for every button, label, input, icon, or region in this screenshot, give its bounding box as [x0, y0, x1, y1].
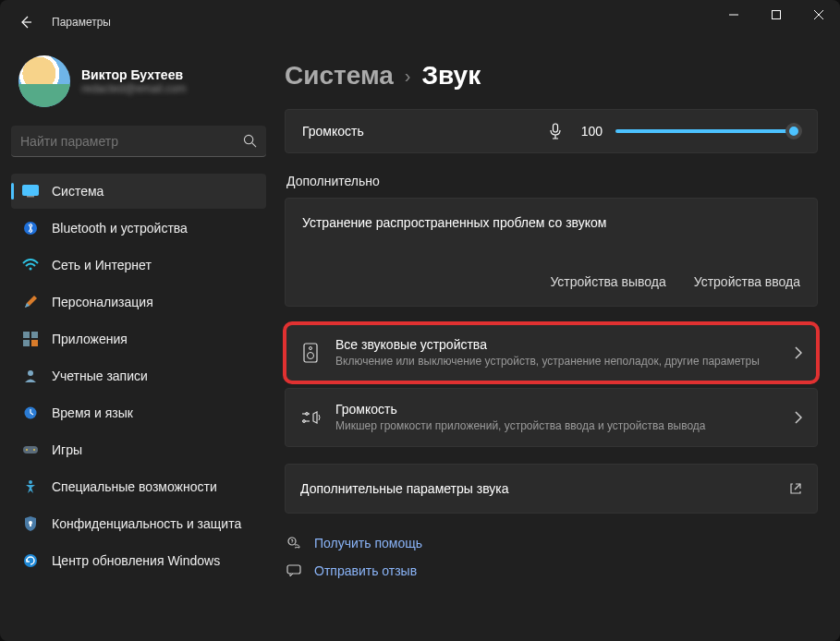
svg-rect-9: [31, 340, 38, 346]
maximize-button[interactable]: [755, 0, 797, 30]
window-title: Параметры: [52, 16, 111, 29]
profile-email: redacted@email.com: [81, 82, 187, 95]
search-box[interactable]: [11, 126, 266, 157]
nav-label: Игры: [52, 442, 82, 457]
card-title: Все звуковые устройства: [335, 337, 780, 352]
svg-rect-8: [23, 340, 30, 346]
card-description: Включение или выключение устройств, устр…: [335, 354, 780, 369]
close-button[interactable]: [797, 0, 840, 30]
mic-icon[interactable]: [549, 123, 562, 139]
svg-rect-7: [31, 332, 38, 338]
shield-icon: [22, 515, 39, 532]
svg-rect-2: [23, 186, 39, 196]
update-icon: [22, 552, 39, 569]
svg-rect-19: [554, 124, 558, 132]
output-devices-button[interactable]: Устройства вывода: [550, 274, 665, 289]
arrow-left-icon: [18, 15, 33, 30]
sidebar: Виктор Бухтеев redacted@email.com Систем…: [0, 44, 277, 641]
nav-label: Приложения: [52, 332, 128, 346]
troubleshoot-card: Устранение распространенных проблем со з…: [285, 198, 818, 307]
nav-list: Система Bluetooth и устройства Сеть и Ин…: [11, 174, 266, 578]
card-description: Микшер громкости приложений, устройства …: [335, 418, 780, 433]
mixer-icon: [300, 410, 321, 425]
open-external-icon: [789, 482, 802, 495]
accessibility-icon: [22, 478, 39, 495]
volume-card: Громкость 100: [285, 109, 818, 153]
nav-accounts[interactable]: Учетные записи: [11, 358, 266, 393]
volume-slider[interactable]: [615, 129, 800, 133]
nav-privacy[interactable]: Конфиденциальность и защита: [11, 506, 266, 541]
gamepad-icon: [22, 441, 39, 458]
chevron-right-icon: [795, 411, 802, 424]
settings-window: Параметры Виктор Бухтеев redacted@email.…: [0, 0, 840, 641]
breadcrumb-parent[interactable]: Система: [285, 61, 394, 91]
volume-label: Громкость: [302, 124, 364, 139]
nav-label: Bluetooth и устройства: [52, 221, 188, 236]
slider-thumb[interactable]: [785, 123, 802, 139]
svg-rect-6: [23, 332, 30, 338]
system-icon: [22, 183, 39, 200]
nav-label: Специальные возможности: [52, 479, 217, 494]
footer-links: Получить помощь Отправить отзыв: [285, 536, 818, 582]
nav-label: Персонализация: [52, 295, 153, 309]
close-icon: [814, 10, 823, 19]
more-sound-settings-card[interactable]: Дополнительные параметры звука: [285, 464, 818, 514]
svg-rect-12: [23, 446, 38, 454]
link-label: Отправить отзыв: [314, 563, 417, 578]
nav-label: Конфиденциальность и защита: [52, 516, 241, 531]
main-panel: Система › Звук Громкость 100 Дополнитель…: [277, 44, 840, 641]
search-input[interactable]: [20, 134, 243, 149]
svg-point-22: [308, 353, 314, 359]
volume-mixer-card[interactable]: Громкость Микшер громкости приложений, у…: [285, 388, 818, 447]
chevron-right-icon: [795, 346, 802, 359]
avatar: [18, 55, 70, 107]
nav-accessibility[interactable]: Специальные возможности: [11, 469, 266, 504]
section-additional-label: Дополнительно: [286, 174, 818, 188]
nav-bluetooth[interactable]: Bluetooth и устройства: [11, 211, 266, 246]
wifi-icon: [22, 257, 39, 273]
nav-label: Учетные записи: [52, 369, 148, 383]
nav-gaming[interactable]: Игры: [11, 432, 266, 467]
volume-value: 100: [575, 124, 603, 139]
nav-windows-update[interactable]: Центр обновления Windows: [11, 543, 266, 578]
svg-point-1: [244, 135, 252, 143]
titlebar: Параметры: [0, 0, 840, 44]
svg-point-13: [26, 449, 28, 451]
nav-label: Центр обновления Windows: [52, 553, 220, 568]
chevron-right-icon: ›: [405, 66, 411, 87]
help-icon: [285, 536, 303, 550]
minimize-button[interactable]: [712, 0, 755, 30]
nav-network[interactable]: Сеть и Интернет: [11, 248, 266, 283]
link-label: Получить помощь: [314, 536, 422, 550]
svg-point-14: [33, 449, 35, 451]
bluetooth-icon: [22, 220, 39, 236]
all-sound-devices-card[interactable]: Все звуковые устройства Включение или вы…: [285, 323, 818, 382]
svg-point-10: [28, 370, 33, 376]
minimize-icon: [729, 10, 738, 19]
profile-name: Виктор Бухтеев: [81, 67, 187, 82]
svg-point-5: [30, 268, 32, 271]
content-area: Виктор Бухтеев redacted@email.com Систем…: [0, 44, 840, 641]
maximize-icon: [772, 10, 781, 19]
send-feedback-link[interactable]: Отправить отзыв: [285, 563, 818, 578]
svg-rect-17: [30, 524, 31, 526]
svg-rect-3: [27, 196, 34, 198]
clock-icon: [22, 405, 39, 421]
input-devices-button[interactable]: Устройства ввода: [694, 274, 800, 289]
nav-label: Система: [52, 184, 103, 199]
apps-icon: [22, 331, 39, 347]
feedback-icon: [285, 563, 303, 578]
nav-apps[interactable]: Приложения: [11, 321, 266, 357]
back-button[interactable]: [7, 4, 44, 41]
nav-personalization[interactable]: Персонализация: [11, 284, 266, 320]
more-sound-label: Дополнительные параметры звука: [300, 481, 789, 496]
troubleshoot-title: Устранение распространенных проблем со з…: [302, 215, 800, 230]
nav-label: Сеть и Интернет: [52, 258, 152, 272]
get-help-link[interactable]: Получить помощь: [285, 536, 818, 550]
paintbrush-icon: [22, 294, 39, 310]
nav-system[interactable]: Система: [11, 174, 266, 209]
nav-time-language[interactable]: Время и язык: [11, 395, 266, 430]
svg-point-21: [310, 347, 312, 350]
person-icon: [22, 368, 39, 384]
profile-block[interactable]: Виктор Бухтеев redacted@email.com: [11, 44, 266, 126]
